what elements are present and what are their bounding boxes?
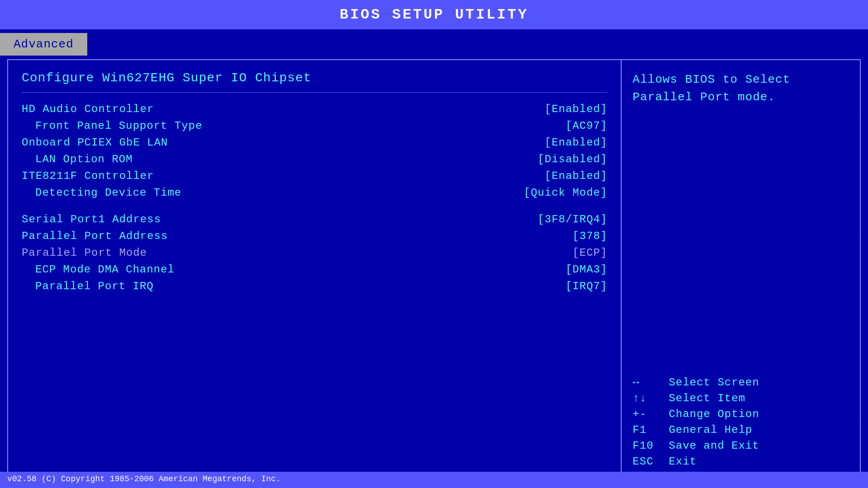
- shortcut-desc-save-exit: Save and Exit: [669, 440, 759, 452]
- shortcut-select-screen: ↔ Select Screen: [632, 375, 849, 390]
- footer-text: v02.58 (C) Copyright 1985-2006 American …: [7, 474, 281, 483]
- tab-advanced[interactable]: Advanced: [0, 33, 87, 56]
- shortcut-key-arrows: ↔: [632, 376, 660, 389]
- table-row[interactable]: Parallel Port Address [378]: [22, 228, 607, 244]
- setting-value-parallel-irq: [IRQ7]: [566, 280, 607, 292]
- shortcut-change-option: +- Change Option: [632, 406, 849, 422]
- shortcut-select-item: ↑↓ Select Item: [632, 390, 849, 406]
- setting-label-serial-port: Serial Port1 Address: [22, 213, 161, 225]
- shortcut-desc-select-item: Select Item: [669, 392, 745, 404]
- shortcut-desc-general-help: General Help: [669, 424, 752, 436]
- shortcut-desc-select-screen: Select Screen: [669, 376, 759, 389]
- shortcut-key-updown: ↑↓: [632, 392, 660, 404]
- setting-label-front-panel: Front Panel Support Type: [22, 120, 203, 132]
- setting-value-detect-device: [Quick Mode]: [524, 187, 608, 199]
- footer-bar: v02.58 (C) Copyright 1985-2006 American …: [0, 472, 868, 488]
- shortcut-desc-exit: Exit: [669, 455, 697, 468]
- setting-value-lan-rom: [Disabled]: [538, 153, 607, 165]
- section-title: Configure Win627EHG Super IO Chipset: [22, 71, 607, 85]
- tab-bar: Advanced: [0, 29, 868, 56]
- setting-value-hd-audio: [Enabled]: [545, 103, 608, 115]
- right-panel: Allows BIOS to Select Parallel Port mode…: [622, 59, 861, 481]
- shortcut-exit: ESC Exit: [632, 454, 849, 469]
- main-area: Configure Win627EHG Super IO Chipset HD …: [0, 56, 868, 485]
- setting-value-serial-port: [3F8/IRQ4]: [538, 213, 607, 225]
- setting-value-parallel-mode: [ECP]: [572, 247, 607, 259]
- table-row[interactable]: Parallel Port Mode [ECP]: [22, 244, 607, 261]
- setting-value-onboard-lan: [Enabled]: [545, 136, 608, 149]
- setting-label-detect-device: Detecting Device Time: [22, 187, 181, 199]
- table-row[interactable]: ITE8211F Controller [Enabled]: [22, 168, 607, 184]
- setting-label-hd-audio: HD Audio Controller: [22, 103, 154, 115]
- shortcuts-section: ↔ Select Screen ↑↓ Select Item +- Change…: [632, 375, 849, 469]
- shortcut-key-f1: F1: [632, 424, 660, 436]
- help-text: Allows BIOS to Select Parallel Port mode…: [632, 71, 849, 106]
- title-bar: BIOS SETUP UTILITY: [0, 0, 868, 29]
- setting-label-parallel-irq: Parallel Port IRQ: [22, 280, 154, 292]
- shortcut-key-esc: ESC: [632, 455, 660, 468]
- table-row[interactable]: Onboard PCIEX GbE LAN [Enabled]: [22, 134, 607, 151]
- setting-value-ecp-dma: [DMA3]: [566, 263, 607, 276]
- shortcut-key-f10: F10: [632, 440, 660, 452]
- bios-title: BIOS SETUP UTILITY: [340, 6, 528, 23]
- left-panel: Configure Win627EHG Super IO Chipset HD …: [7, 59, 622, 481]
- shortcut-key-plusminus: +-: [632, 408, 660, 420]
- table-row[interactable]: ECP Mode DMA Channel [DMA3]: [22, 261, 607, 278]
- table-row[interactable]: Front Panel Support Type [AC97]: [22, 117, 607, 134]
- table-row[interactable]: LAN Option ROM [Disabled]: [22, 151, 607, 168]
- setting-label-lan-rom: LAN Option ROM: [22, 153, 133, 165]
- setting-label-ite8211f: ITE8211F Controller: [22, 170, 154, 182]
- setting-label-parallel-mode: Parallel Port Mode: [22, 247, 147, 259]
- table-row[interactable]: Serial Port1 Address [3F8/IRQ4]: [22, 211, 607, 228]
- shortcut-general-help: F1 General Help: [632, 422, 849, 438]
- table-row[interactable]: HD Audio Controller [Enabled]: [22, 101, 607, 117]
- divider: [22, 92, 607, 93]
- setting-label-onboard-lan: Onboard PCIEX GbE LAN: [22, 136, 168, 149]
- setting-value-ite8211f: [Enabled]: [545, 170, 608, 182]
- setting-value-front-panel: [AC97]: [566, 120, 607, 132]
- setting-value-parallel-addr: [378]: [572, 230, 607, 242]
- table-row[interactable]: Parallel Port IRQ [IRQ7]: [22, 278, 607, 295]
- shortcut-desc-change-option: Change Option: [669, 408, 759, 420]
- setting-label-parallel-addr: Parallel Port Address: [22, 230, 168, 242]
- spacer: [22, 201, 607, 211]
- shortcut-save-exit: F10 Save and Exit: [632, 438, 849, 454]
- table-row[interactable]: Detecting Device Time [Quick Mode]: [22, 184, 607, 201]
- setting-label-ecp-dma: ECP Mode DMA Channel: [22, 263, 175, 276]
